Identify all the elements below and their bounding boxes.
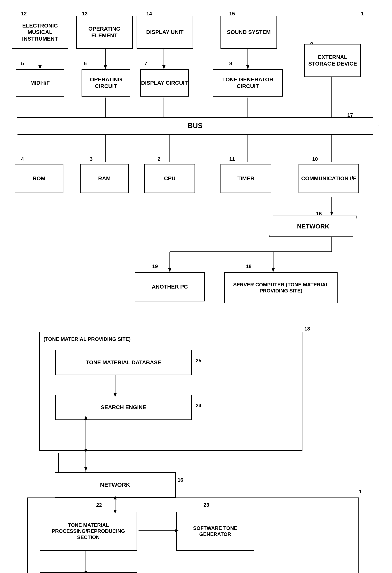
- ref-label-19: 19: [152, 263, 158, 269]
- box-rom: ROM: [15, 164, 63, 193]
- ref-label-5: 5: [21, 60, 24, 67]
- box-timer: TIMER: [220, 164, 271, 193]
- ref-label-7: 7: [144, 60, 147, 67]
- box-display-unit: DISPLAY UNIT: [137, 16, 193, 49]
- network-label-top: NETWORK: [297, 223, 329, 230]
- network-shape-top: NETWORK: [269, 215, 357, 237]
- box-ram: RAM: [80, 164, 129, 193]
- diagram-container: 1 12 13 14 15 ELECTRONIC MUSICAL INSTRUM…: [0, 0, 392, 573]
- bus-label: BUS: [188, 122, 203, 130]
- ref-label-8: 8: [229, 60, 232, 67]
- svg-marker-34: [168, 268, 171, 272]
- svg-marker-30: [330, 212, 333, 215]
- box-tone-generator-circuit: TONE GENERATOR CIRCUIT: [213, 69, 283, 97]
- ref-label-1: 1: [361, 11, 364, 17]
- ref-label-18: 18: [246, 263, 251, 269]
- box-communication-if: COMMUNICATION I/F: [299, 164, 359, 193]
- ref-label-3: 3: [90, 156, 92, 162]
- box-midi-if: MIDI·I/F: [16, 69, 64, 97]
- box-display-circuit: DISPLAY CIRCUIT: [140, 69, 189, 97]
- box-operating-element: OPERATING ELEMENT: [76, 16, 133, 49]
- ref-label-22: 22: [96, 502, 102, 508]
- ref-label-18-bottom: 18: [304, 326, 310, 332]
- ref-label-16-bottom: 16: [178, 477, 183, 483]
- client-pc-container: TONE MATERIAL PROCESSING/REPRODUCING SEC…: [27, 498, 359, 573]
- svg-marker-11: [162, 65, 165, 69]
- tone-material-providing-site-container: (TONE MATERIAL PROVIDING SITE) TONE MATE…: [39, 332, 303, 451]
- box-cpu: CPU: [144, 164, 195, 193]
- box-tone-material-processing: TONE MATERIAL PROCESSING/REPRODUCING SEC…: [40, 512, 137, 551]
- tone-material-providing-site-label: (TONE MATERIAL PROVIDING SITE): [43, 336, 130, 342]
- ref-label-6: 6: [84, 60, 87, 67]
- box-video-editing-section: VIDEO EDITING SECTION: [40, 572, 137, 573]
- ref-label-10: 10: [312, 156, 318, 162]
- ref-label-24: 24: [196, 402, 201, 409]
- box-network-bottom: NETWORK: [55, 472, 176, 498]
- bus-shape: BUS: [12, 117, 378, 135]
- ref-label-1-bottom: 1: [359, 489, 362, 495]
- box-operating-circuit: OPERATING CIRCUIT: [82, 69, 130, 97]
- box-electronic-musical-instrument: ELECTRONIC MUSICAL INSTRUMENT: [12, 16, 68, 49]
- svg-marker-7: [38, 65, 42, 69]
- svg-marker-36: [272, 268, 275, 272]
- svg-marker-40: [84, 467, 88, 471]
- box-software-tone-generator: SOFTWARE TONE GENERATOR: [176, 512, 254, 551]
- ref-label-23: 23: [203, 502, 209, 508]
- ref-label-2: 2: [158, 156, 160, 162]
- box-external-storage-device: EXTERNAL STORAGE DEVICE: [304, 44, 361, 77]
- ref-label-25: 25: [196, 358, 201, 364]
- ref-label-21: 21: [140, 572, 146, 573]
- svg-marker-13: [246, 65, 249, 69]
- box-search-engine: SEARCH ENGINE: [55, 395, 192, 420]
- ref-label-4: 4: [21, 156, 24, 162]
- box-another-pc: ANOTHER PC: [135, 272, 205, 302]
- svg-marker-9: [104, 65, 107, 69]
- box-tone-material-database: TONE MATERIAL DATABASE: [55, 350, 192, 375]
- ref-label-11: 11: [229, 156, 235, 162]
- box-server-computer: SERVER COMPUTER (TONE MATERIAL PROVIDING…: [224, 272, 338, 303]
- box-sound-system: SOUND SYSTEM: [220, 16, 277, 49]
